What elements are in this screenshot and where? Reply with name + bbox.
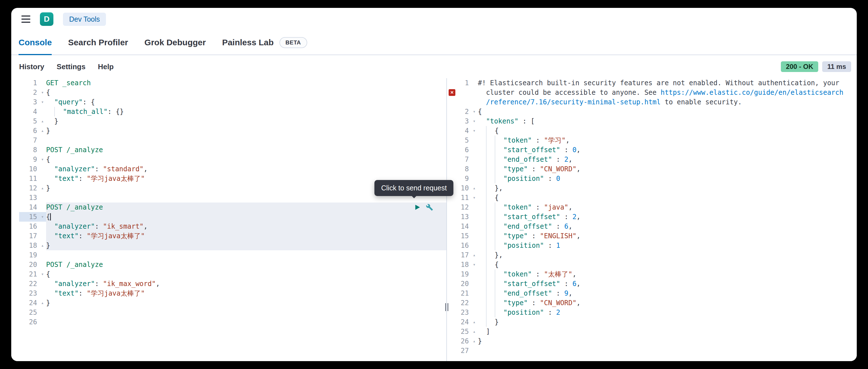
code-line[interactable]: 24▴} [19,298,446,308]
code-line[interactable]: 19 "token" : "太棒了", [447,269,857,279]
fold-toggle-icon[interactable]: ▾ [39,155,46,164]
code-line[interactable]: 7 [19,136,446,145]
code-line[interactable]: 16 "position" : 1 [447,241,857,250]
code-token [478,299,486,307]
code-line[interactable]: 25 [19,308,446,317]
fold-toggle-icon[interactable]: ▾ [470,107,478,116]
code-line[interactable]: 1GET _search [19,78,446,88]
fold-toggle-icon[interactable]: ▴ [39,126,46,136]
code-line[interactable]: 18▾ { [447,260,857,269]
code-line[interactable]: 10▴ }, [447,183,857,193]
code-text: /reference/7.16/security-minimal-setup.h… [478,97,857,107]
fold-toggle-icon[interactable]: ▴ [39,183,46,193]
code-line[interactable]: 18▴} [19,241,446,250]
fold-toggle-icon[interactable]: ▴ [470,250,478,260]
code-line[interactable]: 26▴} [447,336,857,346]
fold-toggle-icon[interactable]: ▴ [470,336,478,346]
fold-toggle-icon[interactable]: ▾ [39,269,46,279]
code-line[interactable]: 11▾ { [447,193,857,202]
code-line[interactable]: 21▾{ [19,269,446,279]
code-line[interactable]: 25▴ ] [447,327,857,336]
code-line[interactable]: 16 "analyzer": "ik_smart", [19,222,446,231]
code-line[interactable]: 8POST /_analyze [19,145,446,155]
code-line[interactable]: 21 "end_offset" : 9, [447,289,857,298]
code-line[interactable]: 7 "end_offset" : 2, [447,155,857,164]
code-line[interactable]: 14 "end_offset" : 6, [447,222,857,231]
hamburger-menu-icon[interactable] [21,16,30,23]
code-line[interactable]: 13 "start_offset" : 2, [447,212,857,222]
code-line[interactable]: 10 "analyzer": "standard", [19,164,446,174]
code-line[interactable]: 23 "position" : 2 [447,308,857,317]
code-line[interactable]: 8 "type" : "CN_WORD", [447,164,857,174]
fold-toggle-icon[interactable]: ▴ [470,327,478,336]
code-line[interactable]: 3▾ "tokens" : [ [447,116,857,126]
wrench-icon[interactable] [426,203,433,211]
code-line[interactable]: 12 "token" : "java", [447,202,857,212]
code-line[interactable]: 17 "text": "学习java太棒了" [19,231,446,241]
fold-toggle-icon[interactable]: ▴ [470,317,478,327]
code-line[interactable]: 4▾ { [447,126,857,136]
code-text: "position" : 1 [478,241,857,250]
menu-history[interactable]: History [19,62,44,71]
code-line[interactable]: 22 "type" : "CN_WORD", [447,298,857,308]
line-number-text: 21 [461,289,469,298]
code-line[interactable]: 5 "token" : "学习", [447,136,857,145]
code-line[interactable]: 2▾{ [19,88,446,97]
code-line[interactable]: 6▴} [19,126,446,136]
code-line[interactable]: 1#! Elasticsearch built-in security feat… [447,78,857,88]
response-pane[interactable]: 1#! Elasticsearch built-in security feat… [447,78,857,361]
code-line[interactable]: 9 "position" : 0 [447,174,857,183]
kibana-window: D Dev Tools Console Search Profiler Grok… [11,8,857,361]
tab-console[interactable]: Console [19,30,52,55]
fold-toggle-icon[interactable]: ▾ [470,116,478,126]
code-line[interactable]: 20 "start_offset" : 6, [447,279,857,289]
code-line[interactable]: 2▾{ [447,107,857,116]
line-number: 14 [19,202,39,212]
menu-help[interactable]: Help [98,62,114,71]
fold-toggle-icon[interactable]: ▴ [39,241,46,250]
fold-toggle-icon[interactable]: ▾ [39,88,46,97]
code-line[interactable]: 26 [19,317,446,327]
code-line[interactable]: 27 [447,346,857,356]
line-number-text: 27 [461,346,469,356]
code-line[interactable]: 17▴ }, [447,250,857,260]
code-line[interactable]: 15▾{ [19,212,446,222]
code-token [478,194,486,202]
code-line[interactable]: 23 "text": "学习java太棒了" [19,289,446,298]
tab-search-profiler[interactable]: Search Profiler [68,30,128,55]
menu-settings[interactable]: Settings [57,62,86,71]
line-number [447,97,470,107]
code-line[interactable]: 9▾{ [19,155,446,164]
tab-painless-lab[interactable]: Painless Lab BETA [222,30,307,55]
space-avatar[interactable]: D [40,12,53,26]
code-line[interactable]: /reference/7.16/security-minimal-setup.h… [447,97,857,107]
code-line[interactable]: 14POST /_analyze [19,202,446,212]
code-line[interactable]: ✕ cluster could be accessible to anyone.… [447,88,857,97]
code-text: POST /_analyze [46,145,446,155]
fold-toggle-icon[interactable]: ▾ [39,212,46,222]
code-line[interactable]: 3▾ "query": { [19,97,446,107]
breadcrumb-dev-tools[interactable]: Dev Tools [63,13,106,26]
fold-toggle-icon[interactable]: ▾ [470,260,478,269]
code-token: POST /_analyze [46,146,103,154]
fold-toggle-icon[interactable]: ▾ [470,193,478,202]
code-line[interactable]: 24▴ } [447,317,857,327]
code-line[interactable]: 4 "match_all": {} [19,107,446,116]
code-line[interactable]: 5▴ } [19,116,446,126]
fold-toggle-icon[interactable]: ▾ [39,97,46,107]
tab-grok-debugger[interactable]: Grok Debugger [145,30,206,55]
fold-toggle-icon[interactable]: ▴ [470,183,478,193]
code-line[interactable]: 20POST /_analyze [19,260,446,269]
code-token: "text" [54,232,79,240]
code-line[interactable]: 6 "start_offset" : 0, [447,145,857,155]
code-line[interactable]: 19 [19,250,446,260]
request-editor-pane[interactable]: 1GET _search2▾{3▾ "query": {4 "match_all… [11,78,446,361]
fold-toggle-icon[interactable]: ▴ [39,298,46,308]
code-token [487,270,495,278]
send-request-button[interactable] [413,203,421,211]
code-line[interactable]: 15 "type" : "ENGLISH", [447,231,857,241]
fold-toggle-icon[interactable]: ▴ [39,116,46,126]
fold-gutter [470,78,478,88]
fold-toggle-icon[interactable]: ▾ [470,126,478,136]
code-line[interactable]: 22 "analyzer": "ik_max_word", [19,279,446,289]
